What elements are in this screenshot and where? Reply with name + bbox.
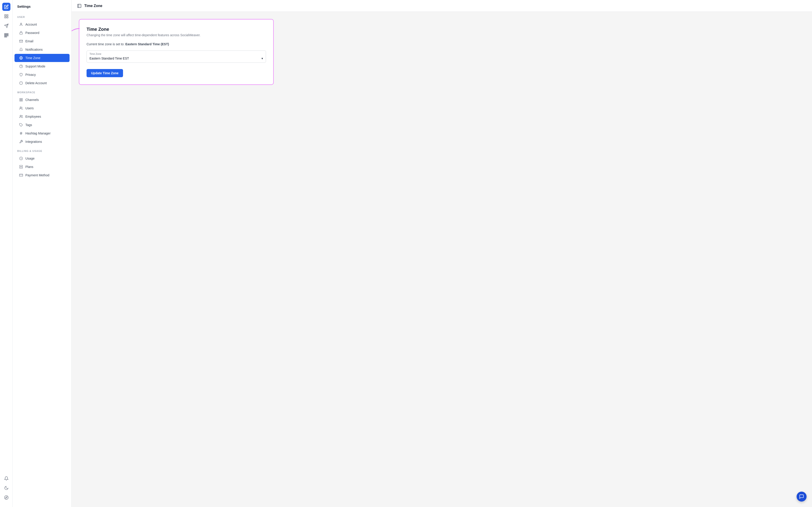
sidebar-item-hashtag-manager[interactable]: Hashtag Manager [14, 129, 69, 137]
delete-account-label: Delete Account [26, 81, 47, 85]
topbar: Time Zone [71, 0, 812, 12]
privacy-label: Privacy [26, 73, 36, 76]
tz-card-desc: Changing the time zone will affect time-… [87, 33, 266, 37]
apps-nav-icon[interactable] [2, 31, 10, 39]
svg-point-30 [20, 115, 21, 116]
send-nav-icon[interactable] [2, 22, 10, 30]
email-label: Email [26, 39, 33, 43]
timezone-icon [19, 56, 23, 60]
svg-rect-7 [6, 34, 7, 35]
chevron-down-icon: ▾ [261, 57, 263, 60]
tz-select-row[interactable]: Eastern Standard Time EST ▾ [90, 55, 263, 62]
moon-nav-icon[interactable] [2, 484, 10, 492]
sidebar-item-notifications[interactable]: Notifications [14, 46, 69, 54]
delete-account-icon [19, 81, 23, 85]
tz-select-label: Time Zone [90, 51, 263, 55]
privacy-icon [19, 73, 23, 77]
hashtag-manager-label: Hashtag Manager [26, 131, 51, 135]
sidebar-item-delete-account[interactable]: Delete Account [14, 79, 69, 87]
chat-fab-button[interactable] [797, 492, 807, 502]
integrations-label: Integrations [26, 140, 42, 144]
hashtag-icon [19, 131, 23, 135]
update-timezone-button[interactable]: Update Time Zone [87, 69, 123, 77]
notifications-icon [19, 48, 23, 52]
sidebar-item-plans[interactable]: Plans [14, 163, 69, 171]
sidebar-item-timezone[interactable]: Time Zone [14, 54, 69, 62]
payment-icon [19, 173, 23, 177]
workspace-section-label: WORKSPACE [13, 88, 71, 96]
svg-rect-8 [7, 34, 8, 35]
bell-nav-icon[interactable] [2, 474, 10, 483]
usage-label: Usage [26, 157, 35, 160]
sidebar-item-channels[interactable]: Channels [14, 96, 69, 104]
plans-label: Plans [26, 165, 33, 169]
tz-select-value: Eastern Standard Time EST [90, 57, 129, 60]
sidebar: Settings USER Account Password Email [13, 0, 71, 507]
compass-nav-icon[interactable] [2, 494, 10, 502]
sidebar-item-tags[interactable]: Tags [14, 121, 69, 129]
main-content: Time Zone Time Zone Changing the time zo… [71, 0, 812, 507]
employees-icon [19, 115, 23, 119]
dashboard-nav-icon[interactable] [2, 12, 10, 20]
timezone-label: Time Zone [26, 56, 40, 60]
account-label: Account [26, 23, 37, 26]
svg-line-37 [21, 132, 21, 135]
svg-rect-41 [19, 174, 23, 176]
tz-card-title: Time Zone [87, 27, 266, 32]
sidebar-item-email[interactable]: Email [14, 37, 69, 45]
users-label: Users [26, 106, 34, 110]
timezone-card: Time Zone Changing the time zone will af… [79, 19, 274, 85]
svg-point-29 [20, 107, 21, 108]
integrations-icon [19, 139, 23, 144]
arrow-annotation [71, 26, 84, 71]
sidebar-item-password[interactable]: Password [14, 29, 69, 37]
svg-rect-11 [7, 35, 8, 36]
sidebar-toggle-icon[interactable] [77, 4, 82, 8]
account-icon [19, 22, 23, 26]
svg-rect-13 [6, 36, 7, 37]
sidebar-item-users[interactable]: Users [14, 104, 69, 112]
sidebar-item-integrations[interactable]: Integrations [14, 137, 69, 146]
employees-label: Employees [26, 115, 41, 118]
svg-rect-0 [5, 15, 6, 16]
users-icon [19, 106, 23, 110]
svg-rect-26 [21, 99, 22, 100]
channels-icon [19, 98, 23, 102]
channels-label: Channels [26, 98, 39, 102]
sidebar-item-employees[interactable]: Employees [14, 112, 69, 121]
topbar-title: Time Zone [84, 4, 102, 8]
billing-section-label: BILLING & USAGE [13, 146, 71, 154]
sidebar-item-privacy[interactable]: Privacy [14, 71, 69, 79]
sidebar-title: Settings [13, 5, 71, 12]
tz-current-label: Current time zone is set to: [87, 42, 124, 46]
password-label: Password [26, 31, 39, 35]
tags-icon [19, 123, 23, 127]
svg-point-16 [20, 23, 21, 24]
email-icon [19, 39, 23, 43]
usage-icon [19, 156, 23, 161]
sidebar-item-support-mode[interactable]: Support Mode [14, 62, 69, 70]
payment-method-label: Payment Method [26, 173, 49, 177]
svg-rect-1 [7, 15, 8, 16]
support-mode-icon [19, 64, 23, 68]
svg-rect-12 [4, 36, 5, 37]
tz-select-wrapper: Time Zone Eastern Standard Time EST ▾ [87, 51, 266, 63]
tags-label: Tags [26, 123, 32, 127]
svg-rect-17 [20, 33, 22, 34]
svg-rect-39 [19, 165, 22, 166]
svg-rect-3 [7, 17, 8, 18]
content-area: Time Zone Changing the time zone will af… [71, 12, 812, 507]
svg-rect-6 [4, 34, 5, 35]
sidebar-item-payment-method[interactable]: Payment Method [14, 171, 69, 179]
sidebar-item-usage[interactable]: Usage [14, 154, 69, 163]
svg-rect-40 [19, 167, 22, 168]
sidebar-item-account[interactable]: Account [14, 20, 69, 29]
svg-rect-10 [6, 35, 7, 36]
edit-nav-icon[interactable] [2, 3, 10, 11]
plans-icon [19, 165, 23, 169]
notifications-label: Notifications [26, 48, 43, 51]
svg-rect-27 [20, 100, 21, 101]
svg-rect-25 [20, 99, 21, 100]
svg-rect-9 [4, 35, 5, 36]
svg-rect-43 [78, 4, 81, 7]
